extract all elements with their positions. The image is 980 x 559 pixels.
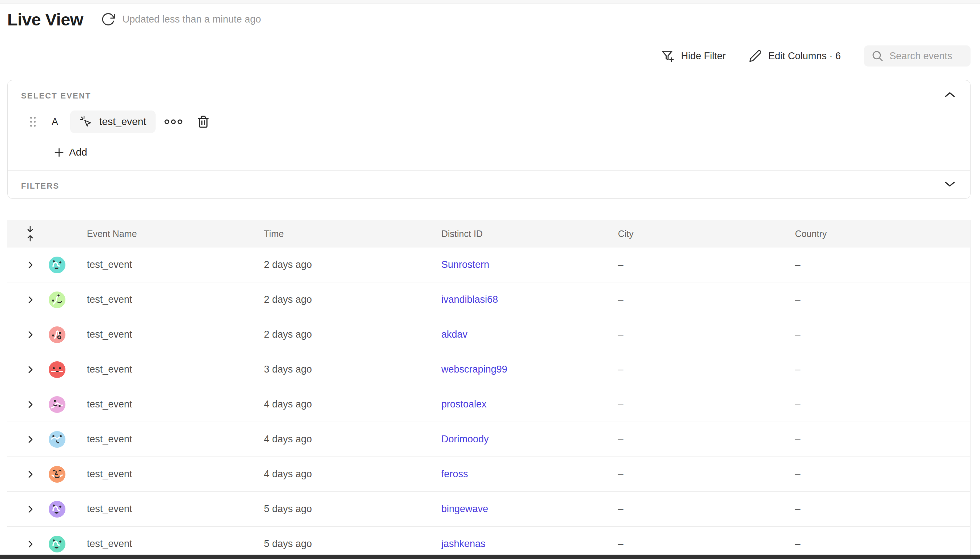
top-edge-strip — [0, 0, 980, 3]
expand-row-button[interactable] — [26, 504, 35, 514]
event-name-cell: test_event — [87, 503, 264, 515]
distinct-id-link[interactable]: jashkenas — [441, 538, 486, 549]
distinct-id-link[interactable]: prostoalex — [441, 399, 487, 410]
bottom-edge-bar — [0, 555, 980, 559]
distinct-id-link[interactable]: akdav — [441, 329, 468, 340]
user-avatar — [49, 326, 65, 343]
distinct-id-link[interactable]: feross — [441, 468, 468, 480]
country-cell: – — [795, 538, 970, 549]
user-avatar — [49, 431, 65, 448]
country-cell: – — [795, 399, 970, 410]
live-view-page: Live View Updated less than a minute ago… — [0, 0, 980, 559]
expand-row-button[interactable] — [26, 470, 35, 479]
city-cell: – — [618, 294, 795, 305]
table-row: test_event 5 days ago bingewave – – — [7, 492, 970, 527]
pencil-icon — [749, 50, 762, 63]
delete-event-button[interactable] — [196, 114, 210, 129]
distinct-id-link[interactable]: webscraping99 — [441, 364, 507, 375]
add-event-button[interactable]: Add — [54, 145, 87, 160]
filter-plus-icon — [661, 49, 675, 63]
event-name-cell: test_event — [87, 364, 264, 375]
distinct-id-link[interactable]: ivandiblasi68 — [441, 294, 498, 305]
collapse-all-rows-button[interactable] — [7, 225, 46, 242]
country-cell: – — [795, 329, 970, 340]
chevron-up-icon — [944, 92, 955, 98]
filters-label: FILTERS — [21, 181, 59, 191]
user-avatar — [49, 291, 65, 308]
table-row: test_event 5 days ago jashkenas – – — [7, 527, 970, 559]
chevron-right-icon — [26, 435, 35, 444]
time-cell: 4 days ago — [264, 433, 441, 445]
collapse-select-event-button[interactable] — [942, 88, 958, 101]
expand-row-button[interactable] — [26, 400, 35, 409]
drag-handle-icon[interactable] — [28, 116, 37, 127]
user-avatar — [49, 256, 65, 273]
refresh-icon — [101, 12, 115, 27]
table-row: test_event 2 days ago akdav – – — [7, 317, 970, 352]
user-avatar — [49, 501, 65, 518]
chevron-right-icon — [26, 400, 35, 409]
hide-filter-button[interactable]: Hide Filter — [661, 49, 725, 63]
chevron-down-icon — [944, 181, 955, 187]
expand-row-button[interactable] — [26, 435, 35, 444]
refresh-button[interactable] — [100, 12, 116, 28]
country-cell: – — [795, 468, 970, 480]
time-cell: 2 days ago — [264, 259, 441, 270]
chevron-right-icon — [26, 539, 35, 549]
query-panel: SELECT EVENT A — [7, 80, 970, 199]
updated-status: Updated less than a minute ago — [122, 14, 261, 25]
expand-row-button[interactable] — [26, 539, 35, 549]
search-input[interactable] — [889, 51, 964, 62]
city-cell: – — [618, 503, 795, 515]
table-row: test_event 3 days ago webscraping99 – – — [7, 352, 970, 387]
hide-filter-label: Hide Filter — [681, 51, 725, 62]
chevron-right-icon — [26, 365, 35, 374]
time-cell: 5 days ago — [264, 538, 441, 549]
city-cell: – — [618, 538, 795, 549]
panel-divider — [8, 170, 970, 171]
edit-columns-button[interactable]: Edit Columns · 6 — [749, 50, 841, 63]
edit-columns-label: Edit Columns · 6 — [768, 51, 841, 62]
distinct-id-link[interactable]: bingewave — [441, 503, 488, 514]
country-cell: – — [795, 433, 970, 445]
event-name-cell: test_event — [87, 538, 264, 549]
expand-row-button[interactable] — [26, 330, 35, 339]
chevron-right-icon — [26, 470, 35, 479]
plus-icon — [54, 147, 64, 157]
city-cell: – — [618, 364, 795, 375]
search-icon — [871, 50, 884, 62]
expand-filters-button[interactable] — [942, 178, 958, 190]
table-row: test_event 4 days ago prostoalex – – — [7, 387, 970, 422]
event-select-chip[interactable]: test_event — [70, 111, 155, 133]
table-row: test_event 4 days ago Dorimoody – – — [7, 422, 970, 457]
column-header-time: Time — [264, 228, 441, 239]
distinct-id-link[interactable]: Dorimoody — [441, 433, 489, 445]
distinct-id-link[interactable]: Sunrostern — [441, 259, 489, 270]
country-cell: – — [795, 364, 970, 375]
event-more-options-button[interactable] — [164, 119, 182, 125]
event-chip-label: test_event — [99, 116, 146, 127]
event-name-cell: test_event — [87, 433, 264, 445]
city-cell: – — [618, 468, 795, 480]
chevron-right-icon — [26, 504, 35, 514]
event-row: A test_event — [28, 110, 210, 133]
user-avatar — [49, 536, 65, 552]
column-header-country: Country — [795, 228, 970, 239]
chevron-right-icon — [26, 330, 35, 339]
expand-row-button[interactable] — [26, 260, 35, 270]
select-event-label: SELECT EVENT — [21, 91, 91, 101]
table-header-row: Event Name Time Distinct ID City Country — [7, 220, 970, 248]
column-header-city: City — [618, 228, 795, 239]
event-name-cell: test_event — [87, 468, 264, 480]
three-dots-icon — [164, 119, 182, 125]
table-row: test_event 2 days ago Sunrostern – – — [7, 248, 970, 283]
user-avatar — [49, 361, 65, 378]
search-box[interactable] — [864, 45, 970, 66]
expand-row-button[interactable] — [26, 295, 35, 304]
expand-row-button[interactable] — [26, 365, 35, 374]
page-title: Live View — [7, 10, 83, 30]
user-avatar — [49, 466, 65, 483]
event-name-cell: test_event — [87, 399, 264, 410]
table-row: test_event 4 days ago feross – – — [7, 457, 970, 492]
collapse-rows-icon — [25, 225, 36, 242]
